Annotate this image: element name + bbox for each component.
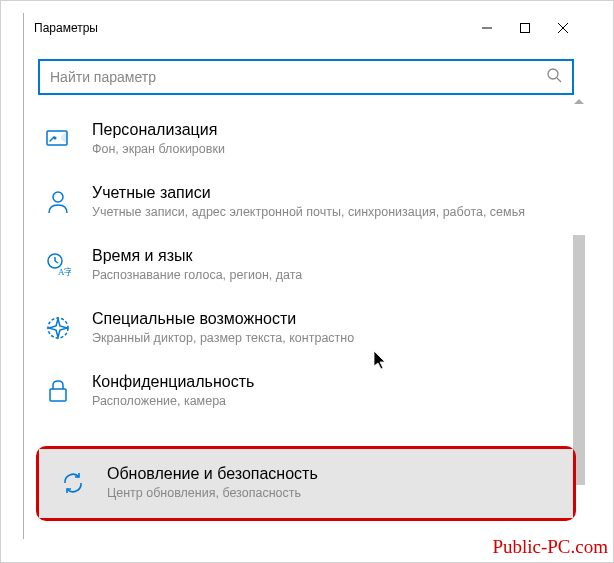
search-container (24, 43, 588, 103)
settings-item-personalization[interactable]: Персонализация Фон, экран блокировки (24, 107, 588, 170)
accessibility-icon (44, 314, 72, 342)
settings-item-time-language[interactable]: A字 Время и язык Распознавание голоса, ре… (24, 233, 588, 296)
window-controls (480, 21, 588, 35)
item-desc: Центр обновления, безопасность (107, 486, 553, 500)
close-button[interactable] (556, 21, 570, 35)
settings-item-accounts[interactable]: Учетные записи Учетные записи, адрес эле… (24, 170, 588, 233)
item-desc: Экранный диктор, размер текста, контраст… (92, 331, 568, 345)
time-language-icon: A字 (44, 251, 72, 279)
svg-text:A字: A字 (58, 267, 71, 277)
svg-rect-1 (521, 24, 530, 33)
item-desc: Расположение, камера (92, 394, 568, 408)
privacy-icon (44, 377, 72, 405)
minimize-button[interactable] (480, 21, 494, 35)
maximize-button[interactable] (518, 21, 532, 35)
settings-list: Персонализация Фон, экран блокировки Уче… (24, 103, 588, 422)
settings-item-privacy[interactable]: Конфиденциальность Расположение, камера (24, 359, 588, 422)
accounts-icon (44, 188, 72, 216)
item-title: Персонализация (92, 121, 568, 139)
watermark: Public-PC.com (492, 536, 608, 558)
svg-point-8 (53, 192, 63, 202)
item-title: Время и язык (92, 247, 568, 265)
item-desc: Фон, экран блокировки (92, 142, 568, 156)
scroll-thumb[interactable] (573, 235, 585, 485)
window-title: Параметры (34, 21, 98, 35)
settings-window: Параметры (23, 13, 588, 539)
item-title: Обновление и безопасность (107, 465, 553, 483)
update-security-icon (59, 469, 87, 497)
svg-point-7 (54, 137, 56, 139)
svg-line-11 (55, 261, 58, 263)
search-input[interactable] (50, 69, 546, 85)
personalization-icon (44, 125, 72, 153)
item-desc: Распознавание голоса, регион, дата (92, 268, 568, 282)
svg-line-5 (557, 78, 561, 82)
highlight-annotation: Обновление и безопасность Центр обновлен… (36, 446, 576, 521)
item-title: Специальные возможности (92, 310, 568, 328)
svg-point-4 (548, 69, 558, 79)
item-desc: Учетные записи, адрес электронной почты,… (92, 205, 568, 219)
settings-item-update-security[interactable]: Обновление и безопасность Центр обновлен… (39, 449, 573, 518)
svg-rect-14 (50, 389, 66, 401)
titlebar: Параметры (24, 13, 588, 43)
item-title: Конфиденциальность (92, 373, 568, 391)
search-box[interactable] (38, 59, 574, 95)
search-icon (546, 67, 562, 87)
item-title: Учетные записи (92, 184, 568, 202)
settings-item-accessibility[interactable]: Специальные возможности Экранный диктор,… (24, 296, 588, 359)
